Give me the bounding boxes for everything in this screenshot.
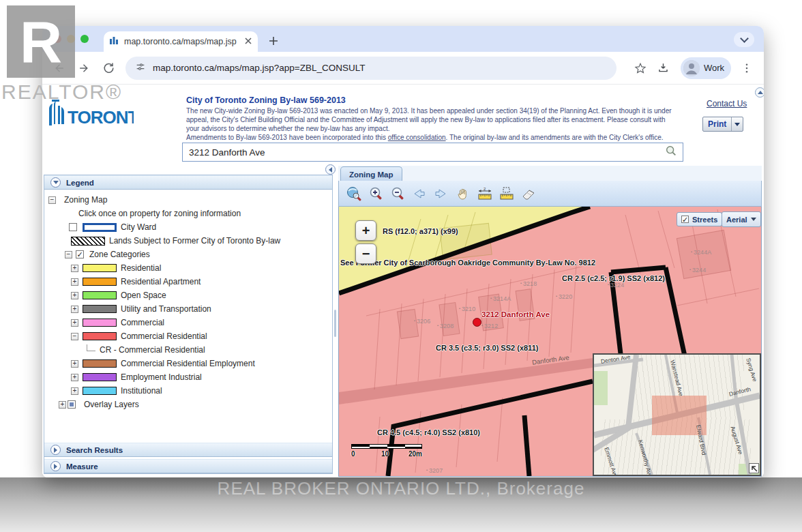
overview-inset-map[interactable]: Denton AveWanstead AveSyng AveDanforthAu… xyxy=(593,353,761,476)
legend-subcategory-row: CR - Commercial Residential xyxy=(44,343,332,357)
triangle-down-icon xyxy=(53,181,59,187)
legend-tree: Zoning Map Click once on property for zo… xyxy=(44,190,332,443)
house-number-label: 3208 xyxy=(437,323,454,329)
property-marker-label: 3212 Danforth Ave xyxy=(481,310,550,319)
aerial-dropdown[interactable]: Aerial xyxy=(722,211,761,227)
maximize-window-button[interactable] xyxy=(80,35,89,43)
legend-category-label: Employment Industrial xyxy=(121,372,202,382)
panel-resize-handle[interactable] xyxy=(334,310,336,337)
measure-area-icon[interactable] xyxy=(497,184,516,203)
scale-end-label: 20m xyxy=(409,450,422,458)
tree-expander-icon[interactable] xyxy=(71,278,78,286)
screenshot-stage: REAL BROKER ONTARIO LTD., Brokerage map.… xyxy=(0,0,802,532)
tree-expander-icon[interactable] xyxy=(71,319,78,327)
reload-button[interactable] xyxy=(101,61,116,76)
property-marker[interactable] xyxy=(473,318,481,327)
map-zoom-out-button[interactable]: − xyxy=(355,243,376,264)
zone-categories-label: Zone Categories xyxy=(89,250,150,259)
tab-zoning-map[interactable]: Zoning Map xyxy=(340,166,402,181)
zoom-in-icon[interactable] xyxy=(366,184,385,203)
chevron-down-icon xyxy=(740,34,749,43)
legend-category-row: Residential xyxy=(44,261,332,275)
browser-menu-icon[interactable] xyxy=(739,61,754,76)
new-tab-button[interactable] xyxy=(265,32,282,50)
zone-label: See Former City of Scarborough Oakridge … xyxy=(340,258,595,267)
inset-street-label: Wanstead Ave xyxy=(669,359,685,397)
measure-distance-icon[interactable]: 2 xyxy=(475,184,494,203)
expand-measure-icon[interactable] xyxy=(50,461,61,471)
previous-extent-icon[interactable] xyxy=(410,184,428,203)
streets-label: Streets xyxy=(692,216,717,224)
tab-close-icon[interactable] xyxy=(244,35,252,48)
tree-expander-icon[interactable] xyxy=(71,265,78,272)
tree-expander-icon[interactable] xyxy=(71,292,78,299)
tree-expander-icon[interactable] xyxy=(71,374,78,381)
clear-graphics-icon[interactable] xyxy=(519,184,537,203)
triangle-right-icon xyxy=(54,447,60,453)
print-button[interactable]: Print xyxy=(702,117,743,132)
tree-expander-icon[interactable] xyxy=(65,251,72,258)
print-dropdown-button[interactable] xyxy=(731,117,743,131)
tab-search-button[interactable] xyxy=(734,32,754,47)
avat​ar xyxy=(683,60,700,76)
map-tab-row: Zoning Map xyxy=(338,166,762,181)
scale-mid-label: 10 xyxy=(381,450,389,458)
map-zoom-in-button[interactable]: + xyxy=(355,220,376,241)
measure-header[interactable]: Measure xyxy=(44,459,332,473)
tree-expander-icon[interactable] xyxy=(71,387,78,395)
zone-categories-checkbox[interactable] xyxy=(76,250,84,258)
expand-search-results-icon[interactable] xyxy=(50,445,61,455)
legend-category-label: Utility and Transportation xyxy=(121,304,211,314)
map-area: Zoning Map xyxy=(338,166,762,476)
site-info-icon[interactable] xyxy=(135,61,146,75)
legend-category-label: Residential Apartment xyxy=(121,277,200,286)
profile-chip[interactable]: Work xyxy=(681,57,731,79)
zoom-extent-icon[interactable] xyxy=(344,184,363,203)
inset-street-label: Kenworthy Ave xyxy=(637,439,653,476)
forward-button[interactable] xyxy=(76,61,91,76)
brokerage-watermark: REAL BROKER ONTARIO LTD., Brokerage xyxy=(0,478,802,499)
lands-label: Lands Subject to Former City of Toronto … xyxy=(109,236,280,246)
next-extent-icon[interactable] xyxy=(432,184,450,203)
pan-icon[interactable] xyxy=(454,184,472,203)
streets-checkbox[interactable] xyxy=(681,216,689,223)
amendments-note: Amendments to By-law 569-2013 have been … xyxy=(186,134,704,141)
bookmark-star-icon[interactable] xyxy=(633,61,648,76)
search-results-header[interactable]: Search Results xyxy=(44,443,332,457)
map-scale-bar: 0 10 20m xyxy=(351,444,422,449)
browser-tab[interactable]: map.toronto.ca/maps/map.jsp xyxy=(104,31,258,52)
office-consolidation-link[interactable]: office consolidation xyxy=(388,134,446,141)
city-ward-checkbox[interactable] xyxy=(69,223,77,231)
legend-category-row: Employment Industrial xyxy=(44,370,332,384)
tree-expander-icon[interactable] xyxy=(71,306,78,313)
collapse-legend-icon[interactable] xyxy=(50,177,61,188)
map-zoom-control: + − xyxy=(355,220,376,264)
inset-toggle-button[interactable] xyxy=(749,463,759,473)
amendments-post: . The original by-law and its amendments… xyxy=(446,134,664,141)
inset-street-label: Syng Ave xyxy=(745,357,758,383)
collapse-header-button[interactable] xyxy=(755,87,764,98)
overlay-layers-checkbox[interactable] xyxy=(68,400,76,409)
inset-street-label: Emmott Ave xyxy=(603,446,619,476)
caret-down-icon xyxy=(751,218,756,224)
search-icon[interactable] xyxy=(665,145,677,160)
legend-header[interactable]: Legend xyxy=(44,175,332,190)
tree-expander-icon[interactable] xyxy=(71,333,78,340)
tree-expander-icon[interactable] xyxy=(48,196,56,204)
legend-category-row: Commercial Residential Employment xyxy=(44,357,332,370)
house-number-label: 3207 xyxy=(426,467,443,474)
streets-toggle[interactable]: Streets xyxy=(677,212,722,226)
contact-us-link[interactable]: Contact Us xyxy=(707,99,747,108)
realtor-text: REALTOR® xyxy=(1,80,122,104)
browser-tab-strip: map.toronto.ca/maps/map.jsp xyxy=(42,26,764,52)
tree-expander-icon[interactable] xyxy=(71,360,78,368)
downloads-icon[interactable] xyxy=(656,61,671,76)
collapse-panel-button[interactable] xyxy=(325,164,336,175)
chevron-up-icon xyxy=(758,88,763,94)
search-input[interactable] xyxy=(183,147,665,158)
svg-text:TORONTO: TORONTO xyxy=(68,107,134,128)
zoom-out-icon[interactable] xyxy=(388,184,406,203)
address-bar[interactable]: map.toronto.ca/maps/map.jsp?app=ZBL_CONS… xyxy=(125,57,617,80)
tree-expander-icon[interactable] xyxy=(59,401,66,409)
zoning-map-canvas[interactable]: Danforth Ave + − Streets Aerial 3212 xyxy=(338,207,762,477)
